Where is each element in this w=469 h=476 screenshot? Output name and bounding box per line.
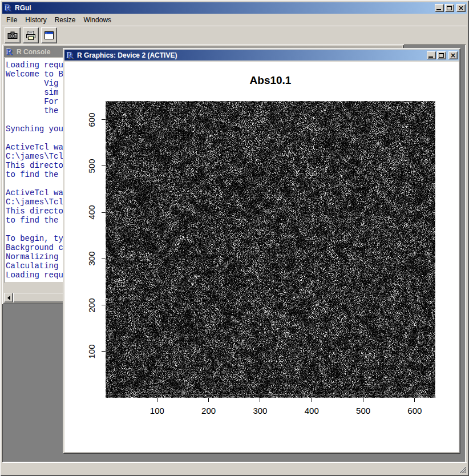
x-tick-label: 600 [402,406,427,416]
x-tick-label: 400 [299,406,324,416]
mdi-client-area: R R Console Loading requ Welcome to B Vi… [2,45,466,462]
x-axis-tick [363,398,363,402]
minimize-icon [436,9,441,10]
menu-history[interactable]: History [21,15,50,25]
camera-icon [7,30,18,41]
menu-bar: File History Resize Windows [2,14,467,26]
x-axis-tick [312,398,312,402]
toolbar [2,26,467,45]
close-icon: × [457,4,465,12]
y-tick-label: 400 [87,205,96,219]
x-axis-tick [157,398,157,402]
scroll-left-button[interactable] [4,293,13,302]
y-axis-tick [102,119,106,120]
copy-to-clipboard-button[interactable] [5,27,21,43]
y-tick-label: 500 [87,159,96,173]
y-tick-label: 100 [87,344,96,358]
x-tick-label: 500 [351,406,376,416]
menu-resize[interactable]: Resize [51,15,80,25]
close-icon: × [449,51,457,59]
plot-client: Abs10.1 10020030040050060010020030040050… [64,62,459,452]
r-logo-icon: R [5,47,14,57]
rgui-main-window: R RGui × File History Resize Windows [0,0,469,476]
x-axis-tick [260,398,260,402]
y-axis-tick [102,259,106,259]
microarray-image [106,101,435,398]
console-window-icon [43,30,55,41]
maximize-icon [447,6,452,10]
y-axis-tick [102,212,106,213]
maximize-icon [439,53,444,58]
y-tick-label: 200 [87,298,96,312]
x-tick-label: 300 [248,406,273,416]
close-button[interactable]: × [456,4,466,12]
menu-file[interactable]: File [2,15,21,25]
x-axis-tick [208,398,209,402]
maximize-button[interactable] [445,4,454,12]
graphics-titlebar[interactable]: R R Graphics: Device 2 (ACTIVE) × [64,50,459,60]
printer-icon [25,30,37,41]
minimize-icon [428,57,433,58]
x-axis-tick [414,398,415,402]
x-tick-label: 200 [196,406,221,416]
console-button[interactable] [41,27,57,43]
graphics-window-title: R Graphics: Device 2 (ACTIVE) [77,51,177,59]
main-titlebar[interactable]: R RGui × [2,2,467,14]
y-axis-tick [102,351,106,352]
graphics-close-button[interactable]: × [448,51,458,59]
resize-grip-icon[interactable] [458,465,466,473]
plot-title: Abs10.1 [250,74,292,87]
minimize-button[interactable] [435,4,444,12]
status-strip [2,462,467,474]
graphics-window[interactable]: R R Graphics: Device 2 (ACTIVE) × Abs10.… [63,48,460,454]
print-button[interactable] [23,27,39,43]
graphics-maximize-button[interactable] [437,51,446,59]
arrow-left-icon [7,296,10,300]
r-logo-icon: R [66,51,75,60]
x-tick-label: 100 [144,406,169,416]
y-axis-tick [102,305,106,305]
y-tick-label: 300 [87,252,96,266]
menu-windows[interactable]: Windows [79,15,115,25]
y-tick-label: 600 [87,112,96,127]
graphics-minimize-button[interactable] [427,51,436,59]
main-window-title: RGui [15,4,31,12]
r-logo-icon: R [3,3,13,13]
y-axis-tick [102,166,106,166]
console-window-title: R Console [17,48,50,56]
